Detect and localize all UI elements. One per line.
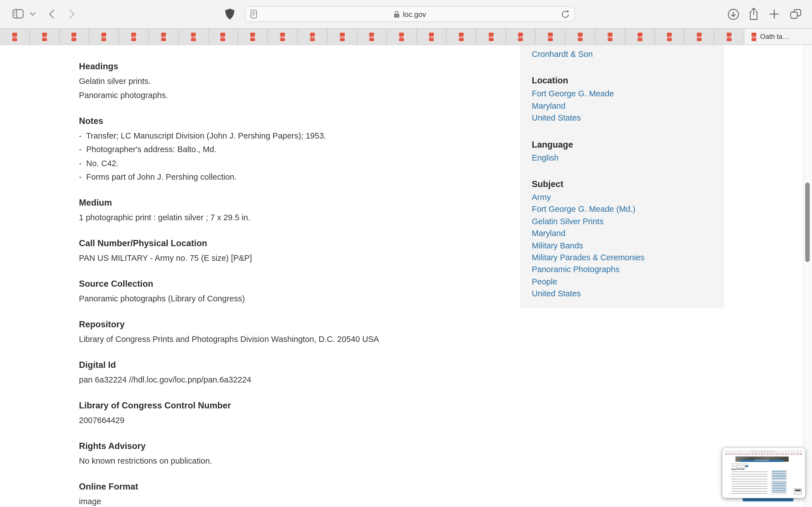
share-icon[interactable]: [748, 7, 759, 21]
facet-group: Location Fort George G. MeadeMarylandUni…: [532, 75, 713, 124]
facet-link[interactable]: Panoramic Photographs: [532, 264, 713, 276]
pinned-tab[interactable]: LOC: [268, 29, 298, 45]
loc-favicon: LOC: [429, 33, 434, 41]
facet-link[interactable]: English: [532, 152, 713, 164]
browser-toolbar: loc.gov: [0, 0, 812, 28]
screenshot-preview-thumbnail[interactable]: View Enlarged Image About this item: [722, 448, 805, 498]
loc-favicon: LOC: [697, 33, 702, 41]
facet-link[interactable]: United States: [532, 288, 713, 300]
loc-favicon: LOC: [608, 33, 612, 41]
privacy-shield-icon[interactable]: [225, 8, 235, 20]
loc-favicon: LOC: [752, 33, 756, 41]
mini-sidebar-links: [772, 482, 786, 493]
lock-icon: [394, 10, 400, 18]
screenshot-preview-peek[interactable]: [743, 498, 794, 501]
loc-favicon: LOC: [489, 33, 493, 41]
downloads-icon[interactable]: [727, 8, 739, 20]
facet-link[interactable]: Fort George G. Meade (Md.): [532, 204, 713, 216]
loc-favicon: LOC: [310, 33, 315, 41]
chevron-down-icon[interactable]: [30, 12, 36, 16]
facet-link[interactable]: Cronhardt & Son: [532, 48, 713, 61]
tab-active[interactable]: LOC Oath ta…: [744, 29, 812, 45]
pinned-tab[interactable]: LOC: [566, 29, 596, 45]
pinned-tab[interactable]: LOC: [655, 29, 685, 45]
section-value: pan 6a32224 //hdl.loc.gov/loc.pnp/pan.6a…: [79, 373, 474, 387]
facet-link[interactable]: Maryland: [532, 228, 713, 240]
pinned-tab[interactable]: LOC: [417, 29, 447, 45]
mini-sidebar: [771, 469, 787, 495]
section-value: image: [79, 495, 474, 507]
facet-link[interactable]: Military Parades & Ceremonies: [532, 252, 713, 264]
safari-window: loc.gov: [0, 0, 812, 507]
loc-favicon: LOC: [71, 33, 77, 41]
mini-go-button: [745, 465, 748, 467]
mini-text-lines: [731, 471, 767, 494]
metadata-section: Digital Id pan 6a32224 //hdl.loc.gov/loc…: [79, 358, 474, 387]
loc-favicon: LOC: [191, 33, 196, 41]
pinned-tabs: LOC LOC LOC LOC LOC LOC LOC LOC LOC LOC …: [0, 29, 744, 45]
pinned-tab[interactable]: LOC: [387, 29, 417, 45]
facet-link[interactable]: Fort George G. Meade: [532, 88, 713, 100]
pinned-tab[interactable]: LOC: [536, 29, 566, 45]
facet-link[interactable]: Gelatin Silver Prints: [532, 216, 713, 228]
url-text: loc.gov: [403, 10, 426, 18]
section-value: Panoramic photographs.: [79, 88, 474, 102]
pinned-tab[interactable]: LOC: [238, 29, 268, 45]
pinned-tab[interactable]: LOC: [714, 29, 744, 45]
section-heading: Source Collection: [79, 277, 474, 291]
loc-favicon: LOC: [280, 33, 285, 41]
facet-link[interactable]: People: [532, 276, 713, 288]
forward-icon[interactable]: [68, 9, 75, 19]
facet-link[interactable]: Maryland: [532, 100, 713, 112]
pinned-tab[interactable]: LOC: [685, 29, 715, 45]
address-bar[interactable]: loc.gov: [245, 6, 575, 22]
loc-favicon: LOC: [42, 33, 47, 41]
section-heading: Digital Id: [79, 358, 474, 372]
facet-link[interactable]: Military Bands: [532, 240, 713, 252]
mini-toolbar: [725, 450, 803, 453]
section-heading: Library of Congress Control Number: [79, 399, 474, 412]
pinned-tab[interactable]: LOC: [59, 29, 89, 45]
back-icon[interactable]: [48, 9, 55, 19]
pinned-tab[interactable]: LOC: [327, 29, 357, 45]
pinned-tab[interactable]: LOC: [596, 29, 625, 45]
tab-label: Oath ta…: [760, 33, 789, 41]
pinned-tab[interactable]: LOC: [89, 29, 119, 45]
mini-url-pill: [751, 451, 776, 452]
pinned-tab[interactable]: LOC: [30, 29, 60, 45]
metadata-section: Source Collection Panoramic photographs …: [79, 277, 474, 305]
pinned-tab[interactable]: LOC: [149, 29, 179, 45]
section-heading: Online Format: [79, 480, 474, 494]
pinned-tab[interactable]: LOC: [625, 29, 655, 45]
loc-favicon: LOC: [518, 33, 523, 41]
pinned-tab[interactable]: LOC: [0, 29, 30, 45]
reload-icon[interactable]: [561, 10, 569, 21]
item-metadata: Headings Gelatin silver prints.Panoramic…: [79, 45, 474, 507]
facet-link[interactable]: United States: [532, 112, 713, 124]
tab-overview-icon[interactable]: [790, 9, 801, 19]
pinned-tab[interactable]: LOC: [476, 29, 506, 45]
scrollbar-track[interactable]: [803, 45, 812, 507]
pinned-tab[interactable]: LOC: [506, 29, 536, 45]
section-value: No known restrictions on publication.: [79, 454, 474, 468]
pinned-tab[interactable]: LOC: [208, 29, 238, 45]
pinned-tab[interactable]: LOC: [357, 29, 387, 45]
new-tab-icon[interactable]: [769, 9, 779, 19]
mini-sidebar-links: [772, 471, 786, 480]
mini-page: View Enlarged Image About this item: [725, 450, 803, 496]
sidebar-toggle-icon[interactable]: [12, 9, 24, 18]
pinned-tab[interactable]: LOC: [179, 29, 209, 45]
loc-favicon: LOC: [399, 33, 404, 41]
pinned-tab[interactable]: LOC: [298, 29, 327, 45]
pinned-tab[interactable]: LOC: [447, 29, 476, 45]
metadata-section: Rights Advisory No known restrictions on…: [79, 439, 474, 468]
section-heading: Medium: [79, 196, 474, 210]
section-value: Panoramic photographs (Library of Congre…: [79, 292, 474, 305]
section-value: - No. C42.: [79, 156, 474, 170]
pinned-tab[interactable]: LOC: [119, 29, 149, 45]
facet-heading: Location: [532, 75, 713, 87]
facet-heading: Language: [532, 138, 713, 151]
metadata-section: Repository Library of Congress Prints an…: [79, 318, 474, 346]
facet-link[interactable]: Army: [532, 191, 713, 204]
scrollbar-thumb[interactable]: [805, 182, 810, 262]
